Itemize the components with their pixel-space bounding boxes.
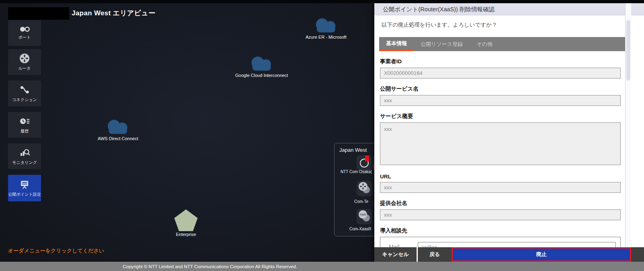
sidebar-item-connection[interactable]: コネクション [8, 81, 41, 106]
sidebar-item-label: 履歴 [21, 128, 29, 134]
node-label: Com-XaasR [349, 227, 371, 231]
mail-input[interactable] [418, 242, 616, 248]
sidebar-item-label: コネクション [12, 97, 37, 103]
sidebar-item-label: モニタリング [12, 160, 37, 165]
svg-text:XaaS: XaaS [360, 213, 367, 216]
map-node-label: AWS Direct Connect [98, 136, 138, 141]
map-node-azure[interactable]: Azure ER - Microsoft [296, 14, 356, 39]
introduction-contact-box: Mail [380, 237, 621, 247]
sidebar-item-port[interactable]: ポート [8, 20, 41, 46]
dialog-form: 事業者ID 公開サービス名 サービス概要 xxx URL 提供会社名 導入相談先… [374, 51, 644, 247]
area-view-map: Japan West エリアビュー ポート ルータ コネクション 履歴 モニタリ… [0, 3, 376, 262]
dialog-scrollbar[interactable] [625, 3, 631, 247]
node-com-router[interactable] [357, 181, 372, 196]
service-overview-label: サービス概要 [380, 113, 621, 120]
provider-company-input[interactable] [380, 209, 621, 220]
window-top-strip [0, 0, 644, 3]
map-node-label: Google Cloud Interconnect [235, 73, 288, 78]
cloud-icon [246, 53, 277, 72]
public-service-name-input[interactable] [380, 95, 621, 106]
business-id-label: 事業者ID [380, 58, 621, 65]
cancel-button[interactable]: キャンセル [374, 247, 417, 262]
service-overview-textarea[interactable]: xxx [380, 122, 621, 165]
scrollbar-thumb[interactable] [626, 20, 630, 81]
page-title: Japan West エリアビュー [72, 8, 155, 18]
map-node-google-cloud[interactable]: Google Cloud Interconnect [231, 53, 292, 78]
order-menu-hint: オーダメニューをクリックしてください [8, 247, 104, 254]
xaas-node-icon: XaaS [358, 210, 370, 223]
router-icon [19, 53, 30, 64]
back-button[interactable]: 戻る [418, 247, 452, 262]
tab-basic-info[interactable]: 基本情報 [379, 37, 414, 51]
monitoring-icon [19, 147, 30, 158]
public-service-name-label: 公開サービス名 [380, 85, 621, 93]
copyright-bar: Copyright © NTT Limited and NTT Communic… [0, 262, 644, 271]
cloud-icon [310, 14, 342, 34]
tab-public-resource-registration[interactable]: 公開リソース登録 [414, 37, 470, 51]
dialog-title: 公開ポイント(Router(XaaS)) 削除情報確認 [374, 3, 644, 15]
node-com-xaas-router[interactable]: XaaS [357, 209, 372, 224]
notification-badge [365, 155, 369, 161]
abolish-button[interactable]: 廃止 [452, 247, 631, 262]
connection-icon [19, 85, 30, 95]
sidebar-item-history[interactable]: 履歴 [8, 112, 41, 138]
business-id-input[interactable] [380, 68, 621, 79]
provider-company-label: 提供会社名 [380, 200, 621, 207]
sidebar-item-public-point-settings[interactable]: 公開ポイント設定 [8, 175, 41, 201]
map-node-label: Azure ER - Microsoft [305, 35, 346, 39]
sidebar-item-monitoring[interactable]: モニタリング [8, 143, 41, 169]
mail-label: Mail [389, 244, 418, 247]
sidebar-item-label: ポート [19, 35, 31, 40]
sidebar-item-router[interactable]: ルータ [8, 49, 41, 75]
url-input[interactable] [380, 182, 621, 193]
japan-west-region-panel[interactable]: Japan West NTT Com Osaka( Com-Te XaaS Co… [334, 143, 376, 236]
cloud-icon [102, 116, 134, 135]
enterprise-pentagon-icon [174, 209, 198, 231]
map-node-enterprise[interactable]: Enterprise [156, 209, 216, 237]
introduction-contact-label: 導入相談先 [380, 227, 621, 234]
map-node-aws[interactable]: AWS Direct Connect [88, 116, 148, 141]
sidebar-item-label: ルータ [19, 66, 31, 71]
map-node-label: Enterprise [176, 232, 196, 237]
delete-confirmation-dialog: 公開ポイント(Router(XaaS)) 削除情報確認 以下の廃止処理を行います… [374, 3, 644, 262]
node-ntt-com-osaka[interactable] [357, 155, 372, 171]
dialog-tab-bar: 基本情報 公開リソース登録 その他 [379, 37, 627, 51]
url-label: URL [380, 174, 621, 180]
router-node-icon [358, 182, 370, 195]
copyright-text: Copyright © NTT Limited and NTT Communic… [123, 264, 297, 269]
public-point-icon [19, 179, 30, 190]
region-panel-title: Japan West [339, 147, 367, 153]
sidebar-item-label: 公開ポイント設定 [8, 192, 41, 197]
history-icon [19, 116, 30, 126]
port-icon [19, 26, 30, 33]
node-label: Com-Te [354, 199, 368, 204]
dialog-button-bar: キャンセル 戻る 廃止 [374, 247, 644, 262]
tab-others[interactable]: その他 [470, 37, 500, 51]
node-label: NTT Com Osaka( [341, 170, 372, 174]
dialog-prompt: 以下の廃止処理を行います。よろしいですか？ [382, 21, 636, 29]
redacted-tenant-name [8, 7, 69, 20]
